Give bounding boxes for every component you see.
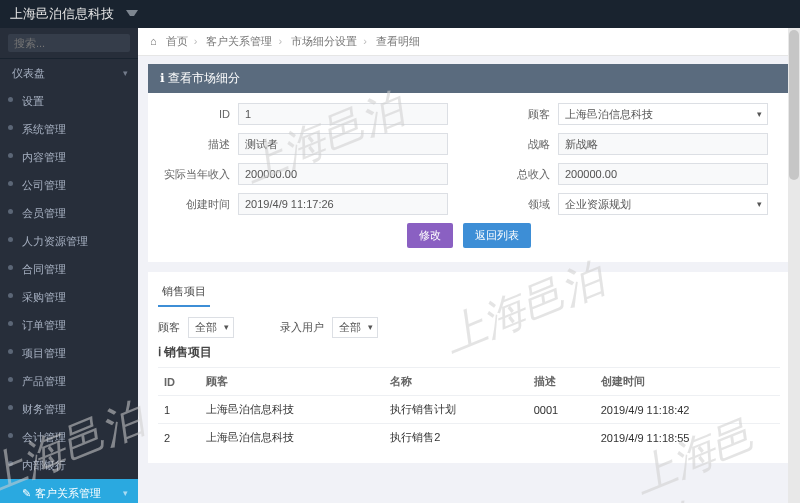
sidebar-item-member-mgmt[interactable]: 会员管理 xyxy=(0,199,138,227)
field-customer[interactable] xyxy=(558,103,768,125)
label-customer: 顾客 xyxy=(478,107,558,122)
sidebar-item-content-mgmt[interactable]: 内容管理 xyxy=(0,143,138,171)
cell-name: 执行销售计划 xyxy=(384,396,527,424)
cell-id: 2 xyxy=(158,424,200,452)
col-id[interactable]: ID xyxy=(158,368,200,396)
sales-section-title: ⅰ 销售项目 xyxy=(158,344,780,361)
cell-desc: 0001 xyxy=(528,396,595,424)
label-desc: 描述 xyxy=(158,137,238,152)
vertical-scrollbar-thumb[interactable] xyxy=(789,30,799,180)
sales-subpanel: 销售项目 顾客 全部▾ 录入用户 全部▾ ⅰ 销售项目 ID 顾客 名称 xyxy=(148,272,790,463)
sidebar-item-hr-mgmt[interactable]: 人力资源管理 xyxy=(0,227,138,255)
chevron-down-icon: ▾ xyxy=(368,322,373,332)
sidebar-item-system-mgmt[interactable]: 系统管理 xyxy=(0,115,138,143)
label-annual-income: 实际当年收入 xyxy=(158,167,238,182)
crumb-home[interactable]: 首页 xyxy=(166,35,188,47)
sidebar-nav: 仪表盘▾ 设置 系统管理 内容管理 公司管理 会员管理 人力资源管理 合同管理 … xyxy=(0,59,138,503)
sidebar-item-accounting-mgmt[interactable]: 会计管理 xyxy=(0,423,138,451)
label-created: 创建时间 xyxy=(158,197,238,212)
sidebar-item-settings[interactable]: 设置 xyxy=(0,87,138,115)
field-domain[interactable] xyxy=(558,193,768,215)
edit-button[interactable]: 修改 xyxy=(407,223,453,248)
table-row[interactable]: 1 上海邑泊信息科技 执行销售计划 0001 2019/4/9 11:18:42 xyxy=(158,396,780,424)
sidebar-item-finance-mgmt[interactable]: 财务管理 xyxy=(0,395,138,423)
cell-customer: 上海邑泊信息科技 xyxy=(200,424,384,452)
filter-label-user: 录入用户 xyxy=(280,320,324,335)
sidebar-item-company-mgmt[interactable]: 公司管理 xyxy=(0,171,138,199)
breadcrumb: ⌂ 首页› 客户关系管理› 市场细分设置› 查看明细 xyxy=(138,28,800,56)
cell-created: 2019/4/9 11:18:42 xyxy=(595,396,780,424)
label-domain: 领域 xyxy=(478,197,558,212)
field-annual-income xyxy=(238,163,448,185)
sidebar-item-contract-mgmt[interactable]: 合同管理 xyxy=(0,255,138,283)
label-total-income: 总收入 xyxy=(478,167,558,182)
crumb-detail: 查看明细 xyxy=(376,35,420,47)
topbar-menu-icon[interactable] xyxy=(126,10,138,18)
col-created[interactable]: 创建时间 xyxy=(595,368,780,396)
label-strategy: 战略 xyxy=(478,137,558,152)
field-strategy xyxy=(558,133,768,155)
cell-id: 1 xyxy=(158,396,200,424)
cell-name: 执行销售2 xyxy=(384,424,527,452)
filter-user-select[interactable]: 全部▾ xyxy=(332,317,378,338)
cell-created: 2019/4/9 11:18:55 xyxy=(595,424,780,452)
sidebar-item-project-mgmt[interactable]: 项目管理 xyxy=(0,339,138,367)
table-row[interactable]: 2 上海邑泊信息科技 执行销售2 2019/4/9 11:18:55 xyxy=(158,424,780,452)
sidebar-item-order-mgmt[interactable]: 订单管理 xyxy=(0,311,138,339)
sidebar-item-internal-bank[interactable]: 内部银行 xyxy=(0,451,138,479)
panel-title: 查看市场细分 xyxy=(168,71,240,85)
sidebar-item-dashboard[interactable]: 仪表盘▾ xyxy=(0,59,138,87)
sidebar-item-purchase-mgmt[interactable]: 采购管理 xyxy=(0,283,138,311)
field-id xyxy=(238,103,448,125)
sidebar-item-crm[interactable]: ✎客户关系管理▾ xyxy=(0,479,138,503)
back-button[interactable]: 返回列表 xyxy=(463,223,531,248)
brand-title: 上海邑泊信息科技 xyxy=(10,5,114,23)
sidebar: 仪表盘▾ 设置 系统管理 内容管理 公司管理 会员管理 人力资源管理 合同管理 … xyxy=(0,28,138,503)
cell-desc xyxy=(528,424,595,452)
field-total-income xyxy=(558,163,768,185)
detail-panel: ID 顾客▾ 描述 战略 实际当年收入 总收入 创建时间 领域▾ xyxy=(148,93,790,262)
tab-sales[interactable]: 销售项目 xyxy=(158,280,210,307)
panel-header: ℹ 查看市场细分 xyxy=(148,64,790,93)
crumb-market-segment[interactable]: 市场细分设置 xyxy=(291,35,357,47)
col-desc[interactable]: 描述 xyxy=(528,368,595,396)
field-desc xyxy=(238,133,448,155)
cell-customer: 上海邑泊信息科技 xyxy=(200,396,384,424)
crumb-crm[interactable]: 客户关系管理 xyxy=(206,35,272,47)
field-created xyxy=(238,193,448,215)
sidebar-search-input[interactable] xyxy=(8,34,130,52)
filter-label-customer: 顾客 xyxy=(158,320,180,335)
col-customer[interactable]: 顾客 xyxy=(200,368,384,396)
filter-customer-select[interactable]: 全部▾ xyxy=(188,317,234,338)
sales-table: ID 顾客 名称 描述 创建时间 1 上海邑泊信息科技 执行销售计划 0001 xyxy=(158,367,780,451)
label-id: ID xyxy=(158,108,238,120)
chevron-down-icon: ▾ xyxy=(224,322,229,332)
info-icon: ℹ xyxy=(160,71,165,85)
col-name[interactable]: 名称 xyxy=(384,368,527,396)
main-content: ⌂ 首页› 客户关系管理› 市场细分设置› 查看明细 ℹ 查看市场细分 ID 顾… xyxy=(138,28,800,503)
home-icon[interactable]: ⌂ xyxy=(150,35,157,47)
sidebar-item-product-mgmt[interactable]: 产品管理 xyxy=(0,367,138,395)
